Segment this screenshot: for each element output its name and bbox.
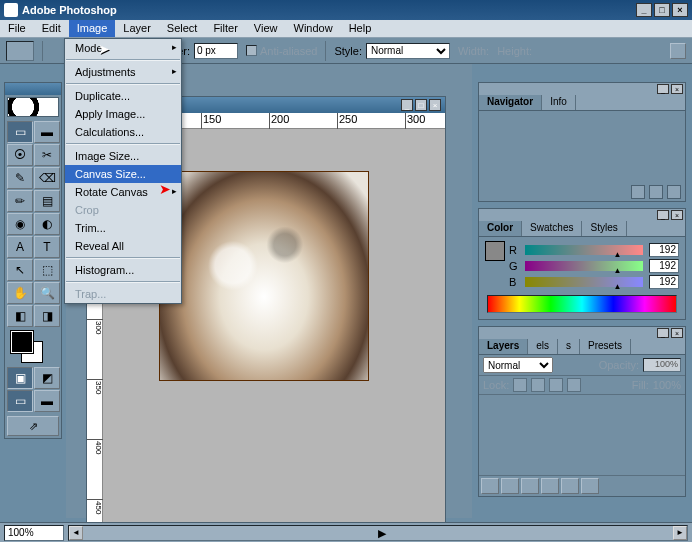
zoom-out-icon[interactable]	[631, 185, 645, 199]
menu-item-apply-image-[interactable]: Apply Image...	[65, 105, 181, 123]
layer-mask-icon[interactable]	[501, 478, 519, 494]
menu-item-reveal-all[interactable]: Reveal All	[65, 237, 181, 255]
menu-item-duplicate-[interactable]: Duplicate...	[65, 87, 181, 105]
menu-image[interactable]: Image	[69, 20, 116, 37]
tool-15[interactable]: 🔍	[34, 282, 60, 304]
tool-14[interactable]: ✋	[7, 282, 33, 304]
feather-input[interactable]	[194, 43, 238, 59]
menu-edit[interactable]: Edit	[34, 20, 69, 37]
menu-item-mode[interactable]: Mode	[65, 39, 181, 57]
tab-color[interactable]: Color	[479, 221, 522, 236]
navigator-body[interactable]	[479, 111, 685, 183]
tab-info[interactable]: Info	[542, 95, 576, 110]
adjustment-layer-icon[interactable]	[541, 478, 559, 494]
palette-well[interactable]	[670, 43, 686, 59]
tool-4[interactable]: ✎	[7, 167, 33, 189]
foreground-swatch[interactable]	[11, 331, 33, 353]
blend-mode-select[interactable]: Normal	[483, 357, 553, 373]
tab-swatches[interactable]: Swatches	[522, 221, 582, 236]
menu-filter[interactable]: Filter	[205, 20, 245, 37]
tool-9[interactable]: ◐	[34, 213, 60, 235]
screen-mode-full-button[interactable]: ▬	[34, 390, 60, 412]
panel-minimize-button[interactable]: _	[657, 84, 669, 94]
lock-all-icon[interactable]	[567, 378, 581, 392]
tool-12[interactable]: ↖	[7, 259, 33, 281]
tab-s[interactable]: s	[558, 339, 580, 354]
tool-16[interactable]: ◧	[7, 305, 33, 327]
layers-list[interactable]	[479, 395, 685, 475]
tool-2[interactable]: ⦿	[7, 144, 33, 166]
scroll-right-button[interactable]: ►	[673, 526, 687, 540]
color-swatches[interactable]	[5, 329, 61, 365]
tool-0[interactable]: ▭	[7, 121, 33, 143]
panel-minimize-button[interactable]: _	[657, 328, 669, 338]
channel-value[interactable]: 192	[649, 275, 679, 289]
doc-maximize-button[interactable]: □	[415, 99, 427, 111]
menu-window[interactable]: Window	[286, 20, 341, 37]
style-select[interactable]: Normal	[366, 43, 450, 59]
tab-els[interactable]: els	[528, 339, 558, 354]
panel-close-button[interactable]: ×	[671, 210, 683, 220]
menu-item-histogram-[interactable]: Histogram...	[65, 261, 181, 279]
zoom-in-icon[interactable]	[667, 185, 681, 199]
doc-minimize-button[interactable]: _	[401, 99, 413, 111]
layer-set-icon[interactable]	[521, 478, 539, 494]
new-layer-icon[interactable]	[561, 478, 579, 494]
tab-layers[interactable]: Layers	[479, 339, 528, 354]
panel-minimize-button[interactable]: _	[657, 210, 669, 220]
tool-7[interactable]: ▤	[34, 190, 60, 212]
minimize-button[interactable]: _	[636, 3, 652, 17]
standard-mode-button[interactable]: ▣	[7, 367, 33, 389]
lock-transparency-icon[interactable]	[513, 378, 527, 392]
tool-5[interactable]: ⌫	[34, 167, 60, 189]
menu-select[interactable]: Select	[159, 20, 206, 37]
menu-help[interactable]: Help	[341, 20, 380, 37]
zoom-input[interactable]: 100%	[4, 525, 64, 541]
active-tool-indicator[interactable]	[6, 41, 34, 61]
tool-11[interactable]: T	[34, 236, 60, 258]
tool-10[interactable]: A	[7, 236, 33, 258]
menu-item-trim-[interactable]: Trim...	[65, 219, 181, 237]
delete-layer-icon[interactable]	[581, 478, 599, 494]
screen-mode-std-button[interactable]: ▭	[7, 390, 33, 412]
scroll-left-button[interactable]: ◄	[69, 526, 83, 540]
layer-style-icon[interactable]	[481, 478, 499, 494]
menu-item-adjustments[interactable]: Adjustments	[65, 63, 181, 81]
panel-close-button[interactable]: ×	[671, 84, 683, 94]
toolbox-titlebar[interactable]	[5, 83, 61, 95]
tool-3[interactable]: ✂	[34, 144, 60, 166]
maximize-button[interactable]: □	[654, 3, 670, 17]
channel-slider[interactable]: ▲	[525, 261, 643, 271]
jump-to-button[interactable]: ⇗	[7, 416, 59, 436]
lock-paint-icon[interactable]	[531, 378, 545, 392]
tool-17[interactable]: ◨	[34, 305, 60, 327]
channel-value[interactable]: 192	[649, 259, 679, 273]
opacity-input[interactable]: 100%	[643, 358, 681, 372]
canvas[interactable]	[159, 171, 369, 381]
tool-6[interactable]: ✏	[7, 190, 33, 212]
horizontal-scrollbar[interactable]: ◄ ▶ ►	[68, 525, 688, 541]
tab-navigator[interactable]: Navigator	[479, 95, 542, 110]
tool-8[interactable]: ◉	[7, 213, 33, 235]
tool-13[interactable]: ⬚	[34, 259, 60, 281]
scroll-thumb[interactable]: ▶	[378, 527, 386, 539]
quickmask-mode-button[interactable]: ◩	[34, 367, 60, 389]
menu-layer[interactable]: Layer	[115, 20, 159, 37]
doc-close-button[interactable]: ×	[429, 99, 441, 111]
tool-1[interactable]: ▬	[34, 121, 60, 143]
zoom-slider-icon[interactable]	[649, 185, 663, 199]
close-button[interactable]: ×	[672, 3, 688, 17]
menu-file[interactable]: File	[0, 20, 34, 37]
channel-slider[interactable]: ▲	[525, 245, 643, 255]
menu-item-image-size-[interactable]: Image Size...	[65, 147, 181, 165]
panel-close-button[interactable]: ×	[671, 328, 683, 338]
tab-presets[interactable]: Presets	[580, 339, 631, 354]
channel-slider[interactable]: ▲	[525, 277, 643, 287]
tab-styles[interactable]: Styles	[582, 221, 626, 236]
lock-move-icon[interactable]	[549, 378, 563, 392]
channel-value[interactable]: 192	[649, 243, 679, 257]
menu-view[interactable]: View	[246, 20, 286, 37]
fill-input[interactable]: 100%	[653, 379, 681, 391]
menu-item-calculations-[interactable]: Calculations...	[65, 123, 181, 141]
color-spectrum[interactable]	[487, 295, 677, 313]
